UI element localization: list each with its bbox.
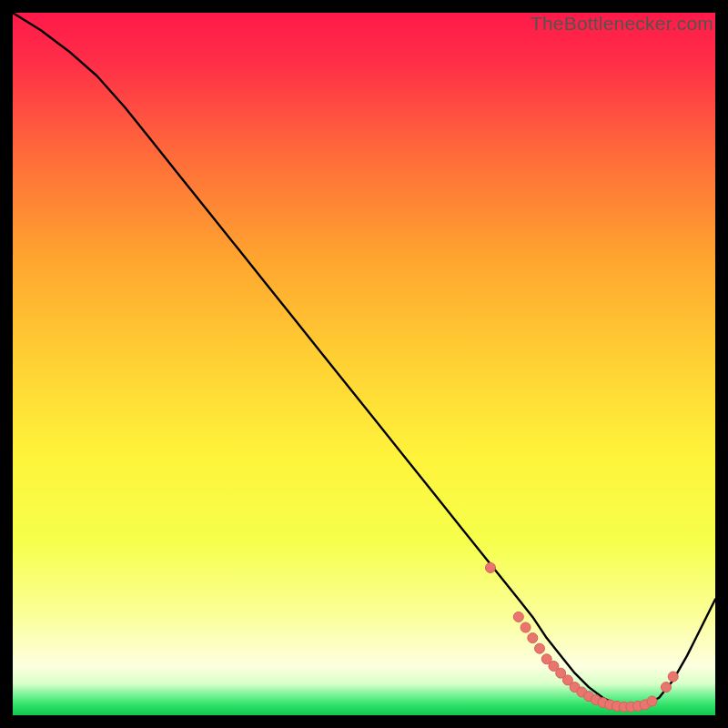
gradient-background (13, 13, 715, 715)
data-dot (485, 562, 495, 572)
bottleneck-chart (13, 13, 715, 715)
data-dot (647, 696, 657, 706)
data-dot (521, 622, 531, 632)
chart-frame: TheBottlenecker.com (13, 13, 715, 715)
data-dot (513, 612, 523, 622)
data-dot (535, 643, 545, 653)
data-dot (528, 633, 538, 643)
data-dot (661, 682, 671, 693)
data-dot (668, 672, 678, 682)
watermark-text: TheBottlenecker.com (531, 13, 713, 35)
